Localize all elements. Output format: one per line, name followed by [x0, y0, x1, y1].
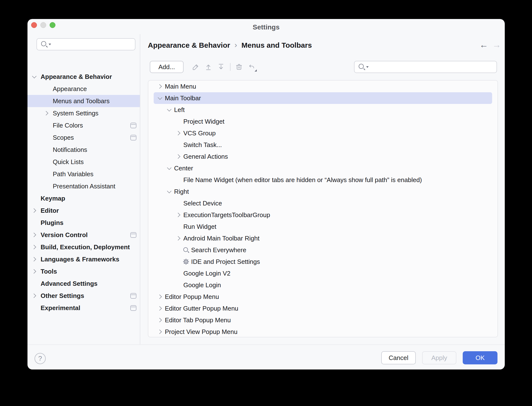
sidebar-item-quick-lists[interactable]: Quick Lists: [27, 156, 140, 168]
tree-row-ide-and-project-settings[interactable]: IDE and Project Settings: [154, 256, 492, 268]
add-button[interactable]: Add...: [150, 61, 184, 73]
sidebar-item-appearance-behavior[interactable]: Appearance & Behavior: [27, 71, 140, 83]
project-settings-icon: [130, 232, 136, 238]
chevron-right-icon[interactable]: [175, 235, 182, 242]
sidebar-item-system-settings[interactable]: System Settings: [27, 107, 140, 119]
tree-row-label: Editor Popup Menu: [165, 293, 219, 301]
sidebar-item-appearance[interactable]: Appearance: [27, 83, 140, 95]
menus-toolbars-tree: Main Menu Main Toolbar Left Project Widg…: [148, 80, 498, 337]
chevron-down-icon[interactable]: [31, 73, 38, 80]
chevron-right-icon[interactable]: [31, 256, 38, 263]
chevron-right-icon[interactable]: [175, 212, 182, 218]
sidebar-item-plugins[interactable]: Plugins: [27, 217, 140, 229]
tree-toolbar-icons: [192, 61, 261, 73]
tree-row-left[interactable]: Left: [154, 104, 492, 116]
tree-row-switch-task[interactable]: Switch Task...: [154, 139, 492, 151]
tree-row-label: Project View Popup Menu: [165, 328, 238, 336]
tree-row-execution-targets-toolbar-group[interactable]: ExecutionTargetsToolbarGroup: [154, 209, 492, 221]
sidebar-search-field[interactable]: [36, 38, 135, 50]
tree-row-editor-popup-menu[interactable]: Editor Popup Menu: [154, 291, 492, 303]
chevron-placeholder: [175, 200, 182, 207]
tree-row-select-device[interactable]: Select Device: [154, 197, 492, 209]
sidebar-item-label: Notifications: [53, 146, 87, 154]
chevron-right-icon[interactable]: [31, 231, 38, 238]
tree-row-editor-tab-popup-menu[interactable]: Editor Tab Popup Menu: [154, 314, 492, 326]
tree-row-label: Editor Tab Popup Menu: [165, 316, 231, 324]
tree-row-editor-gutter-popup-menu[interactable]: Editor Gutter Popup Menu: [154, 303, 492, 314]
sidebar-item-experimental[interactable]: Experimental: [27, 302, 140, 314]
chevron-right-icon[interactable]: [175, 153, 182, 160]
search-options-triangle-icon[interactable]: [366, 66, 369, 68]
chevron-down-icon[interactable]: [166, 106, 173, 113]
chevron-right-icon[interactable]: [157, 293, 163, 300]
tree-row-right[interactable]: Right: [154, 186, 492, 197]
chevron-down-icon[interactable]: [157, 95, 163, 102]
sidebar-item-build-execution-deployment[interactable]: Build, Execution, Deployment: [27, 241, 140, 253]
tree-row-general-actions[interactable]: General Actions: [154, 151, 492, 162]
sidebar-item-advanced-settings[interactable]: Advanced Settings: [27, 277, 140, 290]
chevron-right-icon[interactable]: [31, 292, 38, 299]
chevron-placeholder: [175, 258, 182, 265]
chevron-down-icon[interactable]: [166, 165, 173, 172]
chevron-right-icon[interactable]: [157, 317, 163, 323]
tree-row-label: Editor Gutter Popup Menu: [165, 305, 238, 312]
chevron-right-icon[interactable]: [31, 207, 38, 214]
sidebar-item-path-variables[interactable]: Path Variables: [27, 168, 140, 180]
search-options-triangle-icon[interactable]: [49, 44, 51, 45]
edit-pencil-icon[interactable]: [192, 63, 199, 71]
sidebar-item-version-control[interactable]: Version Control: [27, 229, 140, 241]
sidebar-item-scopes[interactable]: Scopes: [27, 131, 140, 144]
chevron-right-icon[interactable]: [31, 244, 38, 250]
tree-row-label: VCS Group: [183, 129, 216, 137]
forward-arrow-icon[interactable]: →: [491, 39, 502, 50]
sidebar-item-presentation-assistant[interactable]: Presentation Assistant: [27, 180, 140, 192]
chevron-right-icon[interactable]: [157, 305, 163, 312]
revert-undo-icon[interactable]: [248, 63, 255, 71]
move-down-icon[interactable]: [217, 63, 225, 71]
sidebar-item-label: Menus and Toolbars: [53, 97, 110, 105]
sidebar-item-tools[interactable]: Tools: [27, 265, 140, 277]
tree-search-field[interactable]: [354, 61, 497, 73]
back-arrow-icon[interactable]: ←: [479, 39, 489, 50]
sidebar-item-languages-frameworks[interactable]: Languages & Frameworks: [27, 253, 140, 265]
sidebar-item-label: Presentation Assistant: [53, 183, 115, 190]
chevron-right-icon[interactable]: [175, 130, 182, 137]
chevron-placeholder: [43, 85, 50, 92]
tree-row-project-widget[interactable]: Project Widget: [154, 116, 492, 127]
sidebar-search-input[interactable]: [51, 39, 137, 50]
tree-search-input[interactable]: [369, 61, 497, 73]
tree-row-project-view-popup-menu[interactable]: Project View Popup Menu: [154, 326, 492, 337]
tree-row-file-name-widget[interactable]: File Name Widget (when editor tabs are h…: [154, 174, 492, 186]
sidebar-item-keymap[interactable]: Keymap: [27, 192, 140, 204]
help-button[interactable]: ?: [35, 353, 46, 364]
chevron-right-icon[interactable]: [31, 268, 38, 275]
tree-row-main-toolbar[interactable]: Main Toolbar: [154, 92, 492, 104]
sidebar-item-other-settings[interactable]: Other Settings: [27, 290, 140, 302]
tree-row-vcs-group[interactable]: VCS Group: [154, 127, 492, 139]
chevron-placeholder: [175, 247, 182, 253]
tree-row-google-login-v2[interactable]: Google Login V2: [154, 268, 492, 279]
sidebar-item-file-colors[interactable]: File Colors: [27, 119, 140, 131]
cancel-button[interactable]: Cancel: [381, 351, 416, 364]
sidebar-item-editor[interactable]: Editor: [27, 204, 140, 217]
sidebar-item-notifications[interactable]: Notifications: [27, 144, 140, 156]
apply-button[interactable]: Apply: [422, 351, 456, 364]
tree-row-google-login[interactable]: Google Login: [154, 279, 492, 291]
breadcrumb-parent[interactable]: Appearance & Behavior: [148, 41, 230, 49]
chevron-placeholder: [175, 141, 182, 148]
chevron-right-icon[interactable]: [157, 328, 163, 335]
chevron-down-icon[interactable]: [166, 188, 173, 195]
tree-row-search-everywhere[interactable]: Search Everywhere: [154, 244, 492, 256]
delete-trash-icon[interactable]: [235, 63, 243, 71]
tree-row-center[interactable]: Center: [154, 162, 492, 174]
chevron-placeholder: [43, 146, 50, 153]
sidebar-item-label: Advanced Settings: [41, 280, 98, 287]
tree-row-run-widget[interactable]: Run Widget: [154, 221, 492, 232]
chevron-right-icon[interactable]: [157, 83, 163, 90]
tree-row-android-main-toolbar-right[interactable]: Android Main Toolbar Right: [154, 232, 492, 244]
move-up-icon[interactable]: [205, 63, 212, 71]
chevron-right-icon[interactable]: [43, 110, 50, 117]
sidebar-item-menus-and-toolbars[interactable]: Menus and Toolbars: [27, 95, 140, 107]
ok-button[interactable]: OK: [463, 351, 497, 364]
tree-row-main-menu[interactable]: Main Menu: [154, 81, 492, 92]
